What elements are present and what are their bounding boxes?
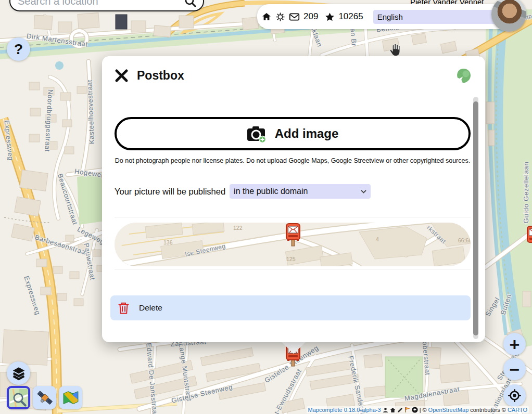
attribution-middle-text: contributors ©: [470, 407, 506, 413]
help-label: ?: [14, 41, 23, 58]
house-number: 4: [376, 236, 379, 242]
background-layers-button[interactable]: [7, 361, 30, 385]
street-label: Guido Gezellelaan: [522, 162, 530, 224]
folded-map-icon: [61, 389, 80, 407]
messages-count: 209: [303, 11, 318, 22]
close-icon[interactable]: [115, 69, 129, 83]
language-select[interactable]: English: [373, 10, 503, 24]
pencil-icon: [397, 407, 403, 413]
zoom-out-button[interactable]: −: [503, 358, 526, 380]
hand-cursor-icon: [387, 42, 402, 57]
theme-button-map[interactable]: [59, 386, 82, 409]
home-small-icon: [390, 407, 396, 413]
license-prefix: Your picture will be published: [115, 187, 225, 197]
osm-map-magnifier-icon: [9, 388, 29, 408]
flag-icon: [404, 407, 410, 413]
add-image-button[interactable]: Add image: [115, 117, 471, 150]
delete-button[interactable]: Delete: [110, 295, 471, 320]
home-icon[interactable]: [261, 11, 272, 22]
image-upload-notice: Do not photograph people nor license pla…: [115, 154, 471, 168]
divider: [115, 217, 471, 217]
house-number: 66;68: [458, 237, 471, 243]
camera-icon: [247, 125, 268, 143]
delete-label: Delete: [139, 303, 162, 313]
settings-gear-icon[interactable]: [275, 12, 285, 22]
scrollbar-thumb[interactable]: [473, 101, 478, 335]
community-icon: [383, 407, 388, 413]
theme-button-aerial[interactable]: [33, 386, 56, 409]
messages-envelope-icon[interactable]: [289, 12, 300, 22]
house-number: 122: [233, 225, 243, 231]
search-input[interactable]: [17, 0, 184, 8]
house-number: 136: [163, 239, 173, 245]
osm-link[interactable]: OpenStreetMap: [428, 407, 469, 413]
search-bar[interactable]: [9, 0, 204, 11]
dialog-title: Postbox: [137, 69, 184, 83]
attribution-separator: |: [420, 407, 421, 413]
mapcomplete-version-link[interactable]: Mapcomplete 0.18.0-alpha-3: [308, 407, 381, 413]
postbox-dialog: Postbox Add image Do not photograph: [102, 56, 485, 342]
minimap[interactable]: lse Steenweg rkstraat 122 136 125 4 66;6…: [115, 223, 471, 266]
dialog-header: Postbox: [102, 56, 485, 95]
theme-button-osm[interactable]: [7, 386, 30, 409]
dialog-pointer: [281, 342, 306, 354]
postbox-marker-partial[interactable]: [526, 226, 532, 250]
divider: [115, 269, 471, 269]
satellite-icon: [35, 389, 54, 407]
carto-link[interactable]: CARTO: [508, 407, 527, 413]
layers-icon: [11, 366, 26, 381]
help-button[interactable]: ?: [7, 37, 30, 61]
chevron-down-icon: [361, 190, 366, 193]
circle-arrow-icon: [412, 407, 418, 413]
mapcomplete-logo-icon: [455, 68, 472, 84]
license-row: Your picture will be published in the pu…: [115, 184, 471, 199]
language-select-value: English: [377, 12, 403, 21]
user-panel: 209 10265 English: [257, 4, 524, 29]
license-select-value: in the public domain: [234, 187, 308, 196]
search-icon[interactable]: [184, 0, 197, 8]
changeset-count: 10265: [338, 11, 363, 22]
trash-icon: [118, 302, 130, 315]
house-number: 125: [286, 256, 296, 262]
zoom-in-button[interactable]: +: [503, 333, 526, 355]
geolocate-button[interactable]: [503, 384, 526, 407]
star-icon[interactable]: [325, 12, 335, 22]
attribution-bar: Mapcomplete 0.18.0-alpha-3 | © OpenStree…: [307, 406, 529, 413]
dialog-scrollbar[interactable]: [473, 97, 478, 339]
mapcomplete-app: Dirk Martensstraat Noordbruggestraat Kas…: [0, 0, 532, 414]
postbox-marker[interactable]: [285, 223, 301, 247]
crosshair-icon: [508, 389, 522, 403]
license-select[interactable]: in the public domain: [230, 184, 371, 199]
add-image-label: Add image: [275, 126, 339, 141]
copyright-symbol: ©: [422, 407, 426, 413]
